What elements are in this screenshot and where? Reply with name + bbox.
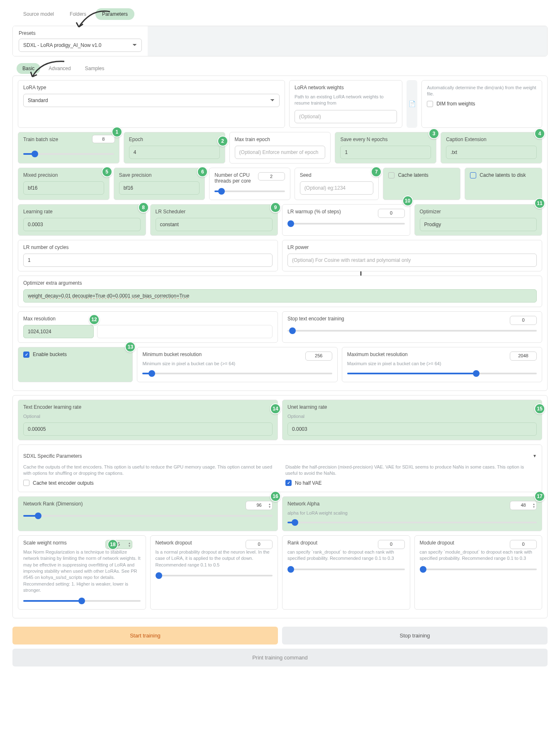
scale-weight-hint: Max Norm Regularization is a technique t…	[23, 549, 141, 594]
cpu-threads-label: Number of CPU threads per core	[214, 172, 258, 184]
lr-warmup-value[interactable]: 0	[378, 209, 405, 218]
mod-drop-hint: can specify `module_dropout` to dropout …	[420, 549, 537, 562]
optimizer-select[interactable]: Prodigy	[420, 218, 537, 231]
file-icon[interactable]: 📄	[407, 80, 417, 128]
cache-latents-disk-checkbox[interactable]: Cache latents to disk	[470, 172, 526, 178]
scale-weight-slider[interactable]	[23, 597, 141, 605]
network-alpha-value[interactable]: 48▴▾	[510, 501, 537, 510]
net-drop-slider[interactable]	[156, 571, 273, 580]
presets-select[interactable]: SDXL - LoRA prodigy_AI_Now v1.0	[19, 39, 142, 52]
callout-12: 12	[89, 314, 100, 325]
callout-18: 18	[107, 539, 118, 550]
enable-buckets-checkbox[interactable]: Enable buckets	[23, 352, 67, 358]
rank-drop-slider[interactable]	[287, 565, 405, 574]
lora-type-select[interactable]: Standard	[23, 94, 280, 107]
start-training-button[interactable]: Start training	[12, 627, 278, 644]
mixed-prec-select[interactable]: bf16	[23, 181, 104, 195]
caption-ext-label: Caption Extension	[446, 137, 537, 142]
network-rank-value[interactable]: 96▴▾	[246, 501, 273, 510]
min-bucket-hint: Minimum size in pixel a bucket can be (>…	[142, 361, 332, 367]
stop-te-label: Stop text encoder training	[287, 316, 344, 322]
callout-7: 7	[371, 166, 382, 177]
caption-ext-input[interactable]	[446, 146, 537, 159]
max-bucket-slider[interactable]	[347, 369, 537, 378]
seed-label: Seed	[300, 172, 374, 178]
max-res-extra[interactable]	[97, 325, 273, 338]
callout-15: 15	[534, 403, 545, 414]
network-rank-slider[interactable]	[23, 512, 273, 520]
te-lr-label: Text Encoder learning rate	[23, 404, 273, 410]
callout-8: 8	[138, 202, 149, 213]
tab-folders[interactable]: Folders	[63, 8, 93, 20]
rank-drop-hint: can specify `rank_dropout` to dropout ea…	[287, 549, 405, 562]
te-lr-input[interactable]	[23, 422, 273, 436]
seed-input[interactable]	[300, 181, 374, 195]
mixed-prec-label: Mixed precision	[23, 172, 104, 178]
max-bucket-value[interactable]: 2048	[510, 352, 537, 361]
min-bucket-value[interactable]: 256	[305, 352, 332, 361]
cache-te-checkbox[interactable]: Cache text encoder outputs	[23, 480, 275, 486]
stop-te-value[interactable]: 0	[510, 316, 537, 325]
min-bucket-label: Minimum bucket resolution	[142, 352, 202, 357]
save-prec-label: Save precision	[119, 172, 200, 178]
cache-te-hint: Cache the outputs of the text encoders. …	[23, 464, 275, 477]
save-prec-select[interactable]: bf16	[119, 181, 200, 195]
lr-cycles-input[interactable]	[23, 254, 273, 267]
print-command-button[interactable]: Print training command	[12, 649, 548, 666]
subtab-advanced[interactable]: Advanced	[43, 63, 76, 74]
lr-label: Learning rate	[23, 209, 141, 215]
network-alpha-slider[interactable]	[287, 518, 537, 527]
subtab-samples[interactable]: Samples	[79, 63, 110, 74]
net-drop-value[interactable]: 0	[246, 540, 273, 549]
lora-type-label: LoRA type	[23, 85, 280, 90]
rank-drop-value[interactable]: 0	[378, 540, 405, 549]
lr-cycles-label: LR number of cycles	[23, 244, 273, 250]
lr-power-input[interactable]	[287, 254, 537, 267]
dim-from-weights-checkbox[interactable]: DIM from weights	[427, 101, 537, 107]
rank-drop-label: Rank dropout	[287, 540, 317, 546]
max-train-epoch-input[interactable]	[235, 146, 326, 159]
lr-input[interactable]	[23, 218, 141, 231]
mod-drop-slider[interactable]	[420, 565, 537, 574]
lr-warmup-slider[interactable]	[287, 220, 405, 228]
net-drop-hint: Is a normal probability dropout at the n…	[156, 549, 273, 568]
epoch-input[interactable]	[129, 146, 220, 159]
max-bucket-hint: Maximum size in pixel a bucket can be (>…	[347, 361, 537, 367]
lr-warmup-label: LR warmup (% of steps)	[287, 209, 341, 215]
unet-lr-input[interactable]	[287, 422, 537, 436]
mod-drop-value[interactable]: 0	[510, 540, 537, 549]
lr-sched-label: LR Scheduler	[156, 209, 273, 215]
cache-latents-disk-label: Cache latents to disk	[480, 172, 526, 178]
cache-te-label: Cache text encoder outputs	[33, 480, 94, 486]
callout-17: 17	[534, 491, 545, 502]
stop-te-slider[interactable]	[287, 327, 537, 335]
no-half-label: No half VAE	[295, 480, 321, 486]
lr-sched-select[interactable]: constant	[156, 218, 273, 231]
max-res-input[interactable]	[23, 325, 94, 338]
cache-latents-checkbox[interactable]: Cache latents	[388, 172, 428, 178]
sdxl-header: SDXL Specific Parameters	[23, 453, 82, 459]
no-half-checkbox[interactable]: No half VAE	[285, 480, 537, 486]
presets-preview	[148, 26, 547, 56]
collapse-icon[interactable]: ▼	[533, 454, 537, 458]
tab-source-model[interactable]: Source model	[17, 8, 61, 20]
opt-extra-input[interactable]	[23, 289, 537, 303]
enable-buckets-label: Enable buckets	[33, 352, 67, 357]
lora-weights-label: LoRA network weights	[295, 85, 397, 90]
save-every-input[interactable]	[340, 146, 431, 159]
min-bucket-slider[interactable]	[142, 369, 332, 378]
network-rank-label: Network Rank (Dimension)	[23, 501, 83, 507]
lora-weights-input[interactable]	[295, 110, 397, 123]
cpu-threads-slider[interactable]	[214, 187, 285, 195]
callout-1: 1	[112, 127, 122, 137]
tab-parameters[interactable]: Parameters	[95, 8, 134, 20]
unet-lr-label: Unet learning rate	[287, 404, 537, 410]
max-bucket-label: Maximum bucket resolution	[347, 352, 408, 357]
scale-weight-label: Scale weight norms	[23, 540, 67, 546]
train-batch-slider[interactable]	[23, 150, 114, 158]
optimizer-label: Optimizer	[420, 209, 537, 215]
stop-training-button[interactable]: Stop training	[282, 627, 548, 644]
cpu-threads-value[interactable]: 2	[258, 172, 285, 181]
subtab-basic[interactable]: Basic	[17, 63, 40, 74]
te-lr-hint: Optional	[23, 413, 273, 420]
